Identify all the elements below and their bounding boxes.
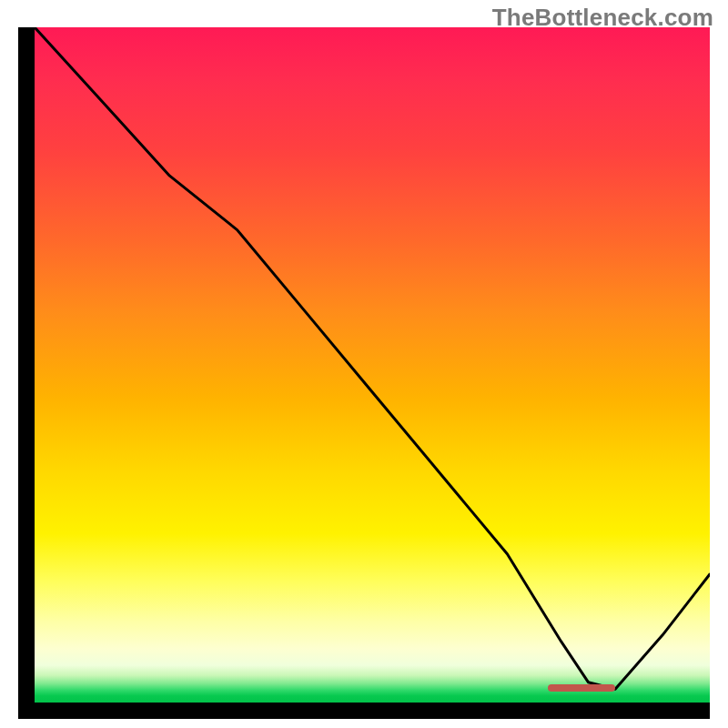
chart-plot-area bbox=[35, 27, 710, 703]
bottleneck-curve bbox=[35, 27, 710, 689]
chart-frame bbox=[18, 27, 710, 719]
chart-svg bbox=[35, 27, 710, 703]
optimal-range-marker bbox=[548, 684, 615, 692]
